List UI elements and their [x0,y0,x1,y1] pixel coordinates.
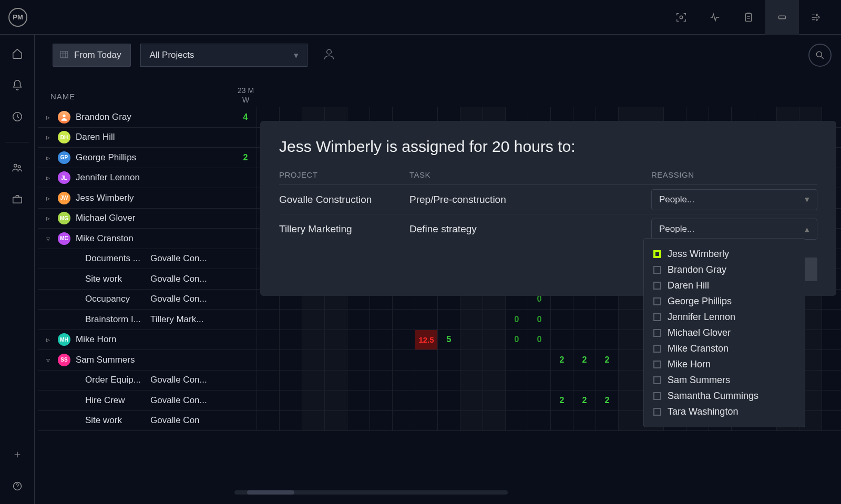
grid-cell[interactable] [234,168,257,188]
clipboard-icon[interactable] [732,0,765,35]
grid-cell[interactable] [415,310,438,330]
timeline-icon[interactable] [799,0,833,35]
dropdown-option[interactable]: Mike Horn [653,356,795,372]
grid-cell[interactable] [506,350,528,370]
grid-cell[interactable] [483,310,506,330]
grid-cell[interactable] [325,371,347,390]
checkbox-icon[interactable] [653,282,661,290]
grid-cell[interactable] [460,411,483,431]
chevron-right-icon[interactable]: ▹ [43,113,53,121]
grid-cell[interactable]: 0 [528,330,551,350]
grid-cell[interactable]: 0 [506,310,528,330]
person-row[interactable]: ▿MCMike Cranston [38,229,234,249]
checkbox-icon[interactable] [653,313,661,321]
grid-cell[interactable] [234,371,257,390]
grid-cell[interactable] [393,371,415,390]
dropdown-option[interactable]: George Phillips [653,293,795,309]
grid-cell[interactable] [280,411,302,431]
task-row[interactable]: Site workGovalle Con... [38,269,234,290]
task-row[interactable]: Site workGovalle Con [38,411,234,431]
scan-icon[interactable] [664,0,698,35]
chevron-right-icon[interactable]: ▹ [43,194,53,202]
grid-cell[interactable] [257,411,280,431]
chevron-right-icon[interactable]: ▹ [43,173,53,182]
grid-cell[interactable] [347,310,370,330]
grid-cell[interactable] [415,390,438,410]
grid-cell[interactable] [234,310,257,330]
grid-cell[interactable] [370,330,393,350]
chevron-right-icon[interactable]: ▹ [43,133,53,141]
grid-cell[interactable] [234,350,257,370]
checkbox-icon[interactable] [653,361,661,368]
grid-cell[interactable] [370,310,393,330]
grid-cell[interactable] [234,249,257,269]
grid-cell[interactable] [347,330,370,350]
grid-cell[interactable] [280,371,302,390]
grid-cell[interactable] [438,310,460,330]
person-row[interactable]: ▿SSSam Summers [38,350,234,371]
grid-cell[interactable] [257,350,280,370]
grid-cell[interactable]: 2 [596,390,619,410]
grid-cell[interactable] [325,411,347,431]
chevron-right-icon[interactable]: ▹ [43,153,53,162]
checkbox-icon[interactable] [653,392,661,400]
grid-cell[interactable] [460,350,483,370]
grid-cell[interactable] [325,310,347,330]
grid-cell[interactable]: 2 [573,390,596,410]
chevron-right-icon[interactable]: ▹ [43,335,53,344]
grid-cell[interactable] [528,411,551,431]
dropdown-option[interactable]: Samantha Cummings [653,388,795,404]
grid-cell[interactable] [234,269,257,289]
grid-cell[interactable] [619,371,641,390]
grid-cell[interactable] [234,128,257,148]
grid-cell[interactable] [528,390,551,410]
grid-cell[interactable] [370,411,393,431]
grid-cell[interactable] [302,390,325,410]
clock-icon[interactable] [11,110,24,123]
grid-cell[interactable] [415,411,438,431]
person-row[interactable]: ▹MHMike Horn [38,330,234,351]
checkbox-icon[interactable] [653,250,661,258]
grid-cell[interactable] [619,411,641,431]
grid-cell[interactable] [438,411,460,431]
grid-cell[interactable]: 2 [551,390,573,410]
grid-cell[interactable] [528,371,551,390]
grid-cell[interactable]: 4 [234,107,257,127]
grid-cell[interactable] [234,411,257,431]
grid-cell[interactable] [393,310,415,330]
from-today-button[interactable]: From Today [53,44,131,67]
grid-cell[interactable] [302,371,325,390]
projects-select[interactable]: All Projects ▾ [140,44,307,67]
dropdown-option[interactable]: Brandon Gray [653,262,795,277]
grid-cell[interactable]: 2 [551,350,573,370]
grid-cell[interactable] [506,390,528,410]
grid-cell[interactable] [347,390,370,410]
chevron-right-icon[interactable]: ▹ [43,214,53,222]
activity-icon[interactable] [698,0,732,35]
grid-cell[interactable] [596,310,619,330]
grid-cell[interactable] [438,371,460,390]
grid-cell[interactable] [619,350,641,370]
dropdown-option[interactable]: Tara Washington [653,404,795,419]
checkbox-icon[interactable] [653,345,661,353]
grid-cell[interactable]: 0 [528,310,551,330]
grid-cell[interactable] [483,390,506,410]
grid-cell[interactable]: 2 [573,350,596,370]
grid-cell[interactable] [302,350,325,370]
reassign-select-open[interactable]: People... ▴ [651,219,817,240]
grid-cell[interactable] [302,310,325,330]
task-row[interactable]: Order Equip...Govalle Con... [38,371,234,391]
grid-cell[interactable] [280,390,302,410]
scrollbar-thumb[interactable] [247,490,294,495]
grid-cell[interactable] [280,310,302,330]
dropdown-option[interactable]: Sam Summers [653,372,795,388]
grid-cell[interactable] [234,229,257,249]
grid-cell[interactable] [393,350,415,370]
grid-cell[interactable] [619,330,641,350]
grid-cell[interactable] [483,330,506,350]
grid-cell[interactable] [302,411,325,431]
briefcase-icon[interactable] [11,193,24,205]
grid-cell[interactable]: 5 [438,330,460,350]
dropdown-option[interactable]: Jennifer Lennon [653,309,795,325]
grid-cell[interactable] [573,330,596,350]
